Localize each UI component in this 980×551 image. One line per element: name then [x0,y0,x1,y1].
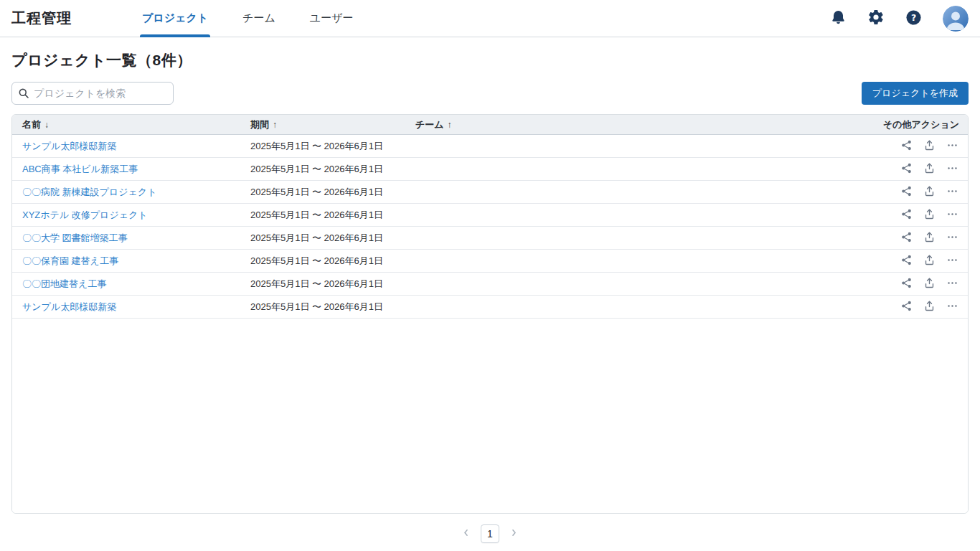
settings-button[interactable] [867,9,885,28]
user-avatar[interactable] [943,6,969,32]
more-actions-button[interactable] [946,254,958,268]
project-link[interactable]: ABC商事 本社ビル新築工事 [22,164,138,174]
search-input[interactable] [11,82,174,105]
column-header-period[interactable]: 期間 ↑ [250,118,415,131]
project-link[interactable]: 〇〇大学 図書館増築工事 [22,232,128,243]
help-icon: ? [905,9,922,28]
share-button[interactable] [900,231,913,245]
project-link[interactable]: サンプル太郎様邸新築 [22,141,116,151]
svg-text:?: ? [911,11,916,22]
prev-page-button[interactable] [461,527,471,540]
column-header-name[interactable]: 名前 ↓ [12,118,250,131]
share-button[interactable] [900,208,913,222]
upload-icon [923,139,936,154]
share-icon [900,300,913,314]
export-button[interactable] [923,231,936,245]
row-period: 2025年5月1日 〜 2026年6月1日 [250,209,415,222]
share-button[interactable] [900,162,913,176]
project-link[interactable]: XYZホテル 改修プロジェクト [22,209,148,220]
share-button[interactable] [900,254,913,268]
app-title: 工程管理 [11,9,72,28]
table-empty-area [12,319,968,513]
table-row: XYZホテル 改修プロジェクト 2025年5月1日 〜 2026年6月1日 [12,204,968,227]
notifications-button[interactable] [830,9,847,28]
sort-asc-icon: ↑ [448,120,452,130]
row-period: 2025年5月1日 〜 2026年6月1日 [250,278,415,291]
create-project-button[interactable]: プロジェクトを作成 [862,82,969,105]
more-actions-button[interactable] [946,185,958,199]
toolbar: プロジェクトを作成 [11,82,969,105]
share-button[interactable] [900,277,913,291]
gear-icon [867,9,885,28]
upload-icon [923,300,936,314]
table-row: 〇〇団地建替え工事 2025年5月1日 〜 2026年6月1日 [12,273,968,296]
export-button[interactable] [923,139,936,154]
tab-users[interactable]: ユーザー [310,0,354,37]
table-row: 〇〇病院 新棟建設プロジェクト 2025年5月1日 〜 2026年6月1日 [12,181,968,204]
main-nav: プロジェクト チーム ユーザー [142,0,354,37]
ellipsis-icon [946,277,958,291]
tab-teams[interactable]: チーム [242,0,275,37]
share-icon [900,277,913,291]
upload-icon [923,231,936,245]
chevron-left-icon [461,527,471,540]
share-icon [900,208,913,222]
table-row: 〇〇保育園 建替え工事 2025年5月1日 〜 2026年6月1日 [12,250,968,273]
more-actions-button[interactable] [946,162,958,176]
project-link[interactable]: 〇〇保育園 建替え工事 [22,255,118,266]
sort-asc-icon: ↑ [273,120,277,130]
column-header-team[interactable]: チーム ↑ [415,118,853,131]
export-button[interactable] [923,254,936,268]
main-content: プロジェクト一覧（8件） プロジェクトを作成 名前 ↓ 期間 ↑ チ [0,50,980,543]
share-button[interactable] [900,139,913,154]
ellipsis-icon [946,162,958,176]
project-link[interactable]: サンプル太郎様邸新築 [22,301,116,312]
projects-table: 名前 ↓ 期間 ↑ チーム ↑ その他アクション サンプル太郎様邸新築 2025… [11,114,969,514]
upload-icon [923,162,936,176]
more-actions-button[interactable] [946,139,958,154]
export-button[interactable] [923,185,936,199]
page-number-current[interactable]: 1 [481,524,499,543]
share-icon [900,231,913,245]
row-period: 2025年5月1日 〜 2026年6月1日 [250,301,415,314]
more-actions-button[interactable] [946,300,958,314]
upload-icon [923,277,936,291]
export-button[interactable] [923,300,936,314]
tab-projects[interactable]: プロジェクト [142,0,208,37]
next-page-button[interactable] [509,527,519,540]
help-button[interactable]: ? [905,9,922,28]
export-button[interactable] [923,277,936,291]
row-period: 2025年5月1日 〜 2026年6月1日 [250,140,415,153]
share-button[interactable] [900,185,913,199]
row-period: 2025年5月1日 〜 2026年6月1日 [250,186,415,199]
bell-icon [830,9,847,28]
pagination: 1 [11,524,969,543]
more-actions-button[interactable] [946,231,958,245]
ellipsis-icon [946,208,958,222]
more-actions-button[interactable] [946,208,958,222]
row-period: 2025年5月1日 〜 2026年6月1日 [250,255,415,268]
ellipsis-icon [946,231,958,245]
table-row: サンプル太郎様邸新築 2025年5月1日 〜 2026年6月1日 [12,135,968,158]
column-header-actions: その他アクション [853,118,968,131]
table-row: 〇〇大学 図書館増築工事 2025年5月1日 〜 2026年6月1日 [12,227,968,250]
table-header: 名前 ↓ 期間 ↑ チーム ↑ その他アクション [12,115,968,135]
row-period: 2025年5月1日 〜 2026年6月1日 [250,232,415,245]
page-title: プロジェクト一覧（8件） [11,50,969,70]
upload-icon [923,185,936,199]
share-icon [900,162,913,176]
ellipsis-icon [946,185,958,199]
export-button[interactable] [923,162,936,176]
project-link[interactable]: 〇〇団地建替え工事 [22,278,106,289]
more-actions-button[interactable] [946,277,958,291]
avatar [943,23,969,32]
ellipsis-icon [946,300,958,314]
share-icon [900,254,913,268]
share-icon [900,185,913,199]
project-link[interactable]: 〇〇病院 新棟建設プロジェクト [22,187,156,197]
export-button[interactable] [923,208,936,222]
share-button[interactable] [900,300,913,314]
row-period: 2025年5月1日 〜 2026年6月1日 [250,163,415,176]
upload-icon [923,254,936,268]
ellipsis-icon [946,254,958,268]
